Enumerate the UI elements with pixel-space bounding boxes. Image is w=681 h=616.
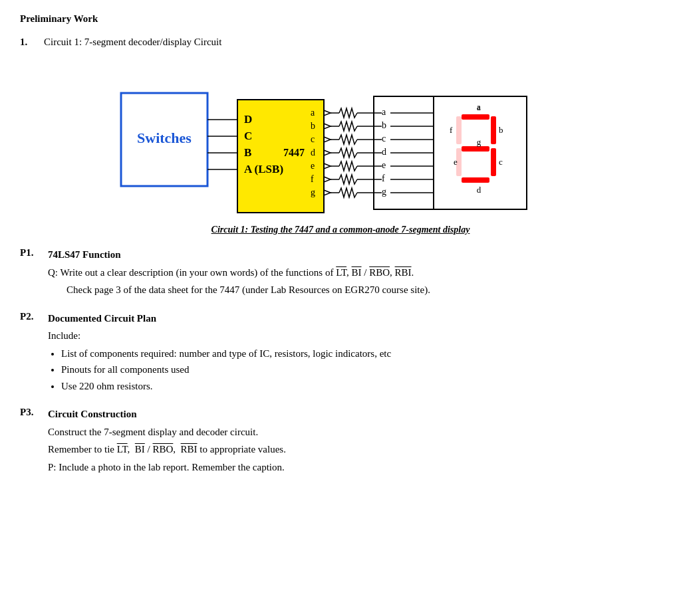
- rbi-overline: RBI: [395, 267, 412, 278]
- svg-text:e: e: [454, 157, 458, 167]
- svg-marker-21: [324, 137, 331, 142]
- svg-text:b: b: [311, 121, 315, 131]
- rbo-overline: RBO: [369, 267, 390, 278]
- p2-section: P2. Documented Circuit Plan Include: Lis…: [20, 311, 661, 397]
- svg-rect-65: [491, 116, 496, 144]
- svg-text:f: f: [382, 173, 385, 183]
- p2-bullet-list: List of components required: number and …: [61, 346, 661, 394]
- list-item: List of components required: number and …: [61, 346, 661, 361]
- page-title: Preliminary Work: [20, 13, 661, 25]
- rbi-overline2: RBI: [181, 444, 198, 455]
- svg-text:f: f: [450, 125, 453, 135]
- svg-text:Switches: Switches: [137, 130, 192, 146]
- circuit-svg: Switches D C B A (LSB) 7447 a b c d e f …: [114, 60, 567, 219]
- svg-marker-20: [324, 124, 331, 129]
- svg-text:g: g: [311, 187, 315, 197]
- svg-text:B: B: [244, 146, 251, 159]
- svg-text:7447: 7447: [283, 147, 305, 158]
- svg-rect-66: [491, 148, 496, 176]
- svg-text:d: d: [477, 185, 481, 195]
- svg-rect-70: [462, 146, 489, 152]
- svg-text:A (LSB): A (LSB): [244, 163, 283, 175]
- p2-heading: Documented Circuit Plan: [48, 313, 156, 324]
- svg-text:e: e: [382, 160, 386, 170]
- circuit-caption: Circuit 1: Testing the 7447 and a common…: [20, 225, 661, 235]
- p3-label: P3.: [20, 407, 44, 418]
- p1-line1: Q: Write out a clear description (in you…: [48, 265, 661, 280]
- svg-text:c: c: [382, 134, 386, 144]
- section-number: 1.: [20, 37, 39, 48]
- section-1: 1. Circuit 1: 7-segment decoder/display …: [20, 37, 661, 48]
- section-heading: Circuit 1: 7-segment decoder/display Cir…: [44, 37, 221, 48]
- list-item: Use 220 ohm resistors.: [61, 379, 661, 394]
- lt-overline2: LT: [117, 444, 128, 455]
- svg-rect-69: [456, 116, 462, 144]
- svg-text:d: d: [311, 148, 315, 157]
- bi-overline2: BI: [135, 444, 145, 455]
- svg-text:a: a: [311, 108, 315, 118]
- svg-text:d: d: [382, 147, 386, 157]
- svg-text:f: f: [311, 174, 314, 184]
- p3-line3: P: Include a photo in the lab report. Re…: [48, 460, 661, 475]
- svg-marker-19: [324, 110, 331, 116]
- svg-text:a: a: [382, 107, 386, 117]
- svg-text:e: e: [311, 161, 315, 171]
- svg-text:D: D: [244, 113, 252, 126]
- svg-text:a: a: [477, 102, 481, 112]
- lt-overline: LT: [336, 267, 346, 278]
- svg-rect-64: [462, 114, 489, 120]
- p3-section: P3. Circuit Construction Construct the 7…: [20, 407, 661, 477]
- svg-text:c: c: [499, 157, 503, 167]
- circuit-diagram: Switches D C B A (LSB) 7447 a b c d e f …: [20, 60, 661, 219]
- svg-marker-22: [324, 150, 331, 155]
- p1-line2: Check page 3 of the data sheet for the 7…: [67, 282, 661, 298]
- list-item: Pinouts for all components used: [61, 362, 661, 377]
- p3-line1: Construct the 7-segment display and deco…: [48, 425, 661, 440]
- p1-section: P1. 74LS47 Function Q: Write out a clear…: [20, 247, 661, 300]
- bi-overline: BI: [352, 267, 362, 278]
- svg-text:b: b: [499, 125, 503, 135]
- svg-rect-67: [462, 177, 489, 183]
- svg-marker-23: [324, 163, 331, 169]
- p1-label: P1.: [20, 247, 44, 258]
- p3-content: Circuit Construction Construct the 7-seg…: [48, 407, 661, 477]
- p3-heading: Circuit Construction: [48, 409, 136, 419]
- svg-text:g: g: [382, 187, 386, 197]
- svg-marker-25: [324, 190, 331, 195]
- rbo-overline2: RBO: [152, 444, 173, 455]
- p1-content: 74LS47 Function Q: Write out a clear des…: [48, 247, 661, 300]
- svg-marker-24: [324, 177, 331, 182]
- svg-text:c: c: [311, 134, 315, 144]
- p1-heading: 74LS47 Function: [48, 249, 121, 260]
- p2-label: P2.: [20, 311, 44, 322]
- svg-text:C: C: [244, 130, 252, 142]
- p2-content: Documented Circuit Plan Include: List of…: [48, 311, 661, 397]
- p3-line2: Remember to tie LT, BI / RBO, RBI to app…: [48, 442, 661, 457]
- svg-text:g: g: [477, 137, 481, 147]
- p2-intro: Include:: [48, 328, 661, 344]
- svg-text:b: b: [382, 120, 386, 130]
